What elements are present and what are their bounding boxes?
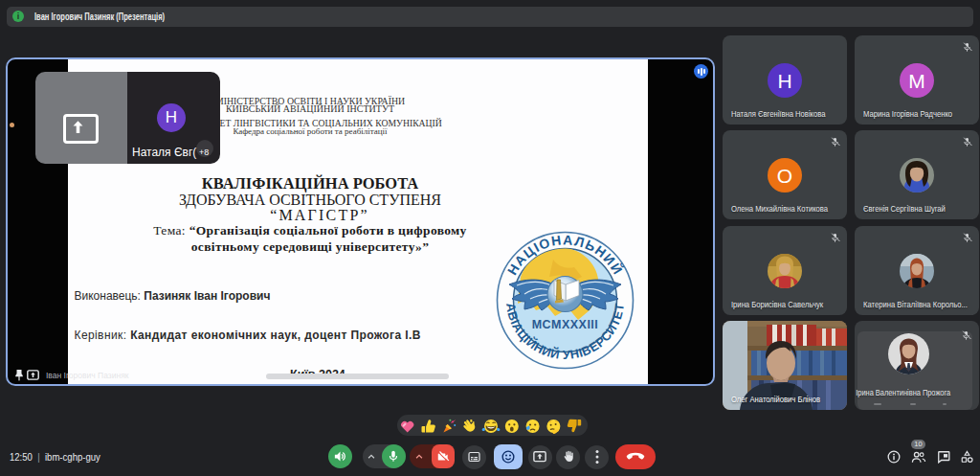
svg-text:МСМХХХІІІ: МСМХХХІІІ: [532, 318, 599, 331]
